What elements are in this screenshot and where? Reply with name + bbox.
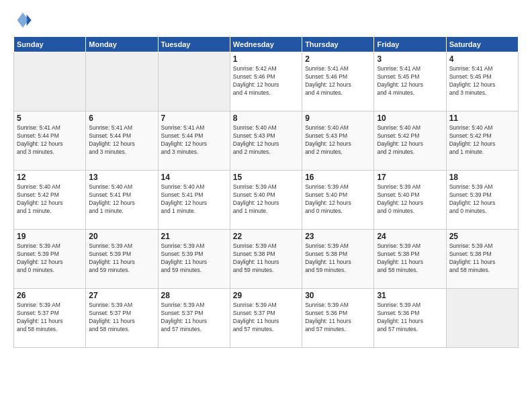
calendar-cell: 17Sunrise: 5:39 AM Sunset: 5:40 PM Dayli… xyxy=(374,171,446,230)
calendar-cell: 30Sunrise: 5:39 AM Sunset: 5:36 PM Dayli… xyxy=(302,289,374,348)
calendar-cell: 31Sunrise: 5:39 AM Sunset: 5:36 PM Dayli… xyxy=(374,289,446,348)
calendar-cell: 13Sunrise: 5:40 AM Sunset: 5:41 PM Dayli… xyxy=(86,171,158,230)
weekday-header-row: SundayMondayTuesdayWednesdayThursdayFrid… xyxy=(14,37,519,52)
day-number: 4 xyxy=(449,54,515,64)
calendar-cell: 8Sunrise: 5:40 AM Sunset: 5:43 PM Daylig… xyxy=(230,111,302,171)
cell-info: Sunrise: 5:41 AM Sunset: 5:44 PM Dayligh… xyxy=(161,124,227,156)
calendar-cell: 23Sunrise: 5:39 AM Sunset: 5:38 PM Dayli… xyxy=(302,230,374,289)
cell-info: Sunrise: 5:41 AM Sunset: 5:45 PM Dayligh… xyxy=(449,65,515,97)
cell-info: Sunrise: 5:41 AM Sunset: 5:46 PM Dayligh… xyxy=(305,65,371,97)
logo xyxy=(13,11,34,30)
day-number: 14 xyxy=(161,173,227,182)
cell-info: Sunrise: 5:40 AM Sunset: 5:43 PM Dayligh… xyxy=(233,124,299,156)
calendar-cell: 6Sunrise: 5:41 AM Sunset: 5:44 PM Daylig… xyxy=(86,111,158,171)
cell-info: Sunrise: 5:41 AM Sunset: 5:45 PM Dayligh… xyxy=(377,65,443,97)
day-number: 15 xyxy=(233,173,299,182)
day-number: 29 xyxy=(233,291,299,300)
cell-info: Sunrise: 5:39 AM Sunset: 5:40 PM Dayligh… xyxy=(305,183,371,216)
cell-info: Sunrise: 5:39 AM Sunset: 5:40 PM Dayligh… xyxy=(377,183,443,216)
calendar-cell: 16Sunrise: 5:39 AM Sunset: 5:40 PM Dayli… xyxy=(302,171,374,230)
day-number: 9 xyxy=(305,113,371,123)
calendar-cell xyxy=(446,289,518,348)
day-number: 26 xyxy=(17,291,83,300)
week-row-4: 19Sunrise: 5:39 AM Sunset: 5:39 PM Dayli… xyxy=(14,230,519,289)
cell-info: Sunrise: 5:40 AM Sunset: 5:42 PM Dayligh… xyxy=(449,124,515,156)
cell-info: Sunrise: 5:39 AM Sunset: 5:36 PM Dayligh… xyxy=(377,302,443,334)
week-row-5: 26Sunrise: 5:39 AM Sunset: 5:37 PM Dayli… xyxy=(14,289,519,348)
day-number: 13 xyxy=(89,173,154,182)
cell-info: Sunrise: 5:39 AM Sunset: 5:38 PM Dayligh… xyxy=(233,242,299,275)
day-number: 5 xyxy=(17,113,83,123)
calendar-cell: 25Sunrise: 5:39 AM Sunset: 5:38 PM Dayli… xyxy=(446,230,518,289)
week-row-2: 5Sunrise: 5:41 AM Sunset: 5:44 PM Daylig… xyxy=(14,111,519,171)
cell-info: Sunrise: 5:39 AM Sunset: 5:38 PM Dayligh… xyxy=(449,242,515,275)
week-row-1: 1Sunrise: 5:42 AM Sunset: 5:46 PM Daylig… xyxy=(14,52,519,111)
calendar-cell: 29Sunrise: 5:39 AM Sunset: 5:37 PM Dayli… xyxy=(230,289,302,348)
day-number: 1 xyxy=(233,54,299,64)
weekday-header-saturday: Saturday xyxy=(446,37,518,52)
day-number: 21 xyxy=(161,232,227,241)
day-number: 28 xyxy=(161,291,227,300)
calendar-cell: 2Sunrise: 5:41 AM Sunset: 5:46 PM Daylig… xyxy=(302,52,374,111)
day-number: 16 xyxy=(305,173,371,182)
cell-info: Sunrise: 5:39 AM Sunset: 5:37 PM Dayligh… xyxy=(89,302,154,334)
cell-info: Sunrise: 5:39 AM Sunset: 5:39 PM Dayligh… xyxy=(89,242,154,275)
day-number: 25 xyxy=(449,232,515,241)
cell-info: Sunrise: 5:39 AM Sunset: 5:37 PM Dayligh… xyxy=(233,302,299,334)
cell-info: Sunrise: 5:40 AM Sunset: 5:41 PM Dayligh… xyxy=(161,183,227,216)
day-number: 10 xyxy=(377,113,443,123)
header xyxy=(13,11,519,30)
calendar-cell: 12Sunrise: 5:40 AM Sunset: 5:42 PM Dayli… xyxy=(14,171,86,230)
logo-icon xyxy=(13,11,32,30)
week-row-3: 12Sunrise: 5:40 AM Sunset: 5:42 PM Dayli… xyxy=(14,171,519,230)
calendar-cell: 26Sunrise: 5:39 AM Sunset: 5:37 PM Dayli… xyxy=(14,289,86,348)
day-number: 8 xyxy=(233,113,299,123)
calendar-cell: 28Sunrise: 5:39 AM Sunset: 5:37 PM Dayli… xyxy=(158,289,230,348)
calendar-cell: 19Sunrise: 5:39 AM Sunset: 5:39 PM Dayli… xyxy=(14,230,86,289)
calendar-cell: 7Sunrise: 5:41 AM Sunset: 5:44 PM Daylig… xyxy=(158,111,230,171)
calendar-cell: 21Sunrise: 5:39 AM Sunset: 5:39 PM Dayli… xyxy=(158,230,230,289)
calendar-cell: 20Sunrise: 5:39 AM Sunset: 5:39 PM Dayli… xyxy=(86,230,158,289)
day-number: 7 xyxy=(161,113,227,123)
cell-info: Sunrise: 5:42 AM Sunset: 5:46 PM Dayligh… xyxy=(233,65,299,97)
day-number: 31 xyxy=(377,291,443,300)
cell-info: Sunrise: 5:40 AM Sunset: 5:42 PM Dayligh… xyxy=(377,124,443,156)
cell-info: Sunrise: 5:39 AM Sunset: 5:39 PM Dayligh… xyxy=(449,183,515,216)
cell-info: Sunrise: 5:41 AM Sunset: 5:44 PM Dayligh… xyxy=(89,124,154,156)
calendar-cell: 27Sunrise: 5:39 AM Sunset: 5:37 PM Dayli… xyxy=(86,289,158,348)
cell-info: Sunrise: 5:40 AM Sunset: 5:43 PM Dayligh… xyxy=(305,124,371,156)
calendar-cell: 11Sunrise: 5:40 AM Sunset: 5:42 PM Dayli… xyxy=(446,111,518,171)
day-number: 22 xyxy=(233,232,299,241)
calendar-cell: 15Sunrise: 5:39 AM Sunset: 5:40 PM Dayli… xyxy=(230,171,302,230)
cell-info: Sunrise: 5:39 AM Sunset: 5:40 PM Dayligh… xyxy=(233,183,299,216)
calendar-cell: 9Sunrise: 5:40 AM Sunset: 5:43 PM Daylig… xyxy=(302,111,374,171)
cell-info: Sunrise: 5:39 AM Sunset: 5:39 PM Dayligh… xyxy=(161,242,227,275)
calendar-cell: 14Sunrise: 5:40 AM Sunset: 5:41 PM Dayli… xyxy=(158,171,230,230)
cell-info: Sunrise: 5:39 AM Sunset: 5:39 PM Dayligh… xyxy=(17,242,83,275)
calendar-cell: 18Sunrise: 5:39 AM Sunset: 5:39 PM Dayli… xyxy=(446,171,518,230)
cell-info: Sunrise: 5:39 AM Sunset: 5:36 PM Dayligh… xyxy=(305,302,371,334)
calendar-cell: 1Sunrise: 5:42 AM Sunset: 5:46 PM Daylig… xyxy=(230,52,302,111)
weekday-header-sunday: Sunday xyxy=(14,37,86,52)
calendar-cell xyxy=(14,52,86,111)
day-number: 12 xyxy=(17,173,83,182)
weekday-header-friday: Friday xyxy=(374,37,446,52)
calendar-cell xyxy=(158,52,230,111)
day-number: 24 xyxy=(377,232,443,241)
calendar-cell: 5Sunrise: 5:41 AM Sunset: 5:44 PM Daylig… xyxy=(14,111,86,171)
calendar-cell: 4Sunrise: 5:41 AM Sunset: 5:45 PM Daylig… xyxy=(446,52,518,111)
calendar-cell xyxy=(86,52,158,111)
cell-info: Sunrise: 5:40 AM Sunset: 5:42 PM Dayligh… xyxy=(17,183,83,216)
calendar-cell: 3Sunrise: 5:41 AM Sunset: 5:45 PM Daylig… xyxy=(374,52,446,111)
day-number: 18 xyxy=(449,173,515,182)
cell-info: Sunrise: 5:39 AM Sunset: 5:38 PM Dayligh… xyxy=(305,242,371,275)
cell-info: Sunrise: 5:41 AM Sunset: 5:44 PM Dayligh… xyxy=(17,124,83,156)
weekday-header-tuesday: Tuesday xyxy=(158,37,230,52)
day-number: 27 xyxy=(89,291,154,300)
day-number: 17 xyxy=(377,173,443,182)
day-number: 20 xyxy=(89,232,154,241)
day-number: 30 xyxy=(305,291,371,300)
weekday-header-wednesday: Wednesday xyxy=(230,37,302,52)
day-number: 19 xyxy=(17,232,83,241)
weekday-header-monday: Monday xyxy=(86,37,158,52)
